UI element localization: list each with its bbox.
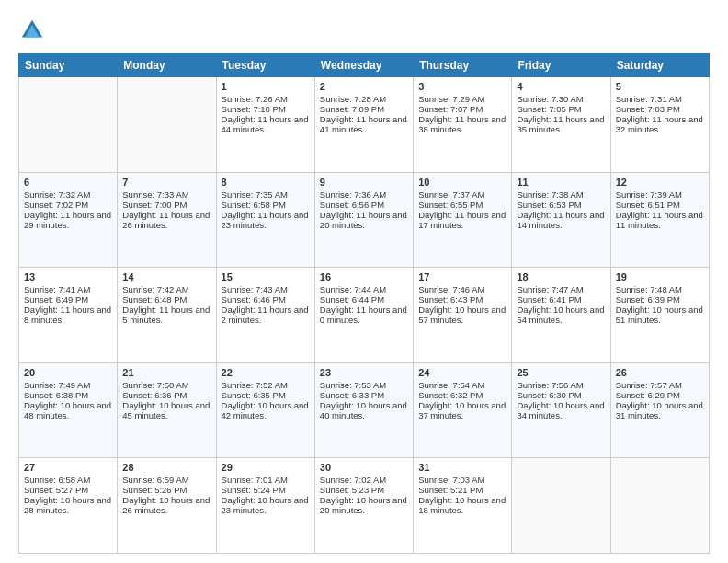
day-info: Daylight: 10 hours and 26 minutes. (122, 495, 210, 515)
day-number: 11 (517, 177, 605, 188)
day-info: Sunset: 7:10 PM (222, 104, 310, 114)
day-info: Sunset: 6:39 PM (616, 294, 704, 304)
calendar-cell: 16Sunrise: 7:44 AMSunset: 6:44 PMDayligh… (314, 268, 413, 363)
day-info: Sunrise: 7:26 AM (222, 94, 310, 104)
day-info: Daylight: 10 hours and 45 minutes. (122, 400, 210, 420)
day-info: Sunset: 6:58 PM (222, 200, 310, 210)
calendar-cell: 28Sunrise: 6:59 AMSunset: 5:26 PMDayligh… (118, 458, 216, 554)
day-number: 1 (222, 81, 310, 92)
day-info: Sunrise: 7:31 AM (616, 94, 704, 104)
calendar-cell: 8Sunrise: 7:35 AMSunset: 6:58 PMDaylight… (216, 172, 314, 268)
day-info: Daylight: 10 hours and 57 minutes. (418, 304, 506, 325)
calendar-cell: 11Sunrise: 7:38 AMSunset: 6:53 PMDayligh… (512, 172, 610, 268)
day-number: 22 (222, 367, 310, 378)
calendar-week-0: 1Sunrise: 7:26 AMSunset: 7:10 PMDaylight… (19, 77, 710, 173)
day-info: Daylight: 11 hours and 41 minutes. (320, 114, 408, 134)
calendar-cell (512, 458, 610, 554)
day-info: Sunset: 6:41 PM (517, 294, 605, 304)
day-info: Sunrise: 7:56 AM (517, 380, 605, 390)
day-info: Sunrise: 7:49 AM (24, 380, 112, 390)
calendar-cell: 29Sunrise: 7:01 AMSunset: 5:24 PMDayligh… (216, 458, 314, 554)
day-info: Sunrise: 7:41 AM (24, 284, 112, 294)
day-number: 4 (517, 81, 605, 92)
day-info: Sunrise: 7:01 AM (222, 475, 310, 485)
calendar-cell: 1Sunrise: 7:26 AMSunset: 7:10 PMDaylight… (216, 77, 314, 173)
calendar-week-2: 13Sunrise: 7:41 AMSunset: 6:49 PMDayligh… (19, 268, 710, 363)
day-info: Sunset: 6:56 PM (320, 200, 408, 210)
day-info: Sunset: 6:53 PM (517, 200, 605, 210)
day-info: Daylight: 11 hours and 29 minutes. (24, 210, 112, 230)
day-info: Sunrise: 7:38 AM (517, 190, 605, 200)
day-info: Sunset: 7:00 PM (122, 200, 210, 210)
day-info: Sunset: 7:02 PM (24, 200, 112, 210)
day-number: 2 (320, 81, 408, 92)
day-info: Sunset: 6:35 PM (222, 390, 310, 400)
day-number: 6 (24, 177, 112, 188)
calendar-cell: 9Sunrise: 7:36 AMSunset: 6:56 PMDaylight… (314, 172, 413, 268)
calendar-cell: 17Sunrise: 7:46 AMSunset: 6:43 PMDayligh… (414, 268, 512, 363)
calendar-cell: 18Sunrise: 7:47 AMSunset: 6:41 PMDayligh… (512, 268, 610, 363)
day-info: Sunset: 5:24 PM (222, 485, 310, 495)
calendar-cell: 2Sunrise: 7:28 AMSunset: 7:09 PMDaylight… (314, 77, 413, 173)
day-info: Daylight: 10 hours and 23 minutes. (222, 495, 310, 515)
calendar-header-row: SundayMondayTuesdayWednesdayThursdayFrid… (19, 54, 710, 77)
day-info: Sunrise: 7:42 AM (122, 284, 210, 294)
day-info: Daylight: 10 hours and 37 minutes. (418, 400, 506, 420)
day-info: Sunset: 6:49 PM (24, 294, 112, 304)
col-header-tuesday: Tuesday (216, 54, 314, 77)
calendar-table: SundayMondayTuesdayWednesdayThursdayFrid… (18, 53, 710, 554)
calendar-cell: 26Sunrise: 7:57 AMSunset: 6:29 PMDayligh… (610, 362, 709, 458)
day-info: Daylight: 10 hours and 48 minutes. (24, 400, 112, 420)
day-number: 20 (24, 367, 112, 378)
day-number: 25 (517, 367, 605, 378)
day-info: Sunset: 6:30 PM (517, 390, 605, 400)
day-number: 21 (122, 367, 210, 378)
day-info: Sunrise: 7:35 AM (222, 190, 310, 200)
calendar-week-3: 20Sunrise: 7:49 AMSunset: 6:38 PMDayligh… (19, 362, 710, 458)
day-info: Sunrise: 7:02 AM (320, 475, 408, 485)
col-header-thursday: Thursday (414, 54, 512, 77)
day-info: Sunset: 5:23 PM (320, 485, 408, 495)
day-info: Sunset: 7:03 PM (616, 104, 704, 114)
calendar-cell: 20Sunrise: 7:49 AMSunset: 6:38 PMDayligh… (19, 362, 118, 458)
day-info: Sunrise: 7:53 AM (320, 380, 408, 390)
calendar-cell: 19Sunrise: 7:48 AMSunset: 6:39 PMDayligh… (610, 268, 709, 363)
day-info: Daylight: 10 hours and 18 minutes. (418, 495, 506, 515)
day-info: Daylight: 11 hours and 2 minutes. (222, 304, 310, 325)
day-info: Daylight: 11 hours and 17 minutes. (418, 210, 506, 230)
day-info: Sunrise: 7:32 AM (24, 190, 112, 200)
calendar-cell: 24Sunrise: 7:54 AMSunset: 6:32 PMDayligh… (414, 362, 512, 458)
logo-icon (18, 17, 46, 44)
day-info: Sunset: 6:32 PM (418, 390, 506, 400)
calendar-cell: 4Sunrise: 7:30 AMSunset: 7:05 PMDaylight… (512, 77, 610, 173)
calendar-cell (19, 77, 118, 173)
day-number: 23 (320, 367, 408, 378)
calendar-cell: 13Sunrise: 7:41 AMSunset: 6:49 PMDayligh… (19, 268, 118, 363)
day-info: Sunrise: 7:46 AM (418, 284, 506, 294)
day-number: 24 (418, 367, 506, 378)
day-info: Sunset: 6:43 PM (418, 294, 506, 304)
day-info: Sunrise: 7:48 AM (616, 284, 704, 294)
day-number: 14 (122, 271, 210, 282)
calendar-cell: 10Sunrise: 7:37 AMSunset: 6:55 PMDayligh… (414, 172, 512, 268)
day-number: 9 (320, 177, 408, 188)
col-header-sunday: Sunday (19, 54, 118, 77)
col-header-saturday: Saturday (610, 54, 709, 77)
day-number: 29 (222, 462, 310, 473)
day-info: Daylight: 11 hours and 20 minutes. (320, 210, 408, 230)
day-number: 31 (418, 462, 506, 473)
day-number: 8 (222, 177, 310, 188)
day-info: Sunset: 7:09 PM (320, 104, 408, 114)
day-info: Sunset: 6:38 PM (24, 390, 112, 400)
day-info: Sunset: 6:55 PM (418, 200, 506, 210)
page: SundayMondayTuesdayWednesdayThursdayFrid… (0, 0, 728, 563)
day-number: 17 (418, 271, 506, 282)
calendar-cell (610, 458, 709, 554)
day-info: Sunset: 5:21 PM (418, 485, 506, 495)
day-number: 19 (616, 271, 704, 282)
calendar-cell: 15Sunrise: 7:43 AMSunset: 6:46 PMDayligh… (216, 268, 314, 363)
calendar-cell: 22Sunrise: 7:52 AMSunset: 6:35 PMDayligh… (216, 362, 314, 458)
day-info: Daylight: 10 hours and 28 minutes. (24, 495, 112, 515)
day-info: Daylight: 10 hours and 40 minutes. (320, 400, 408, 420)
day-info: Daylight: 11 hours and 0 minutes. (320, 304, 408, 325)
